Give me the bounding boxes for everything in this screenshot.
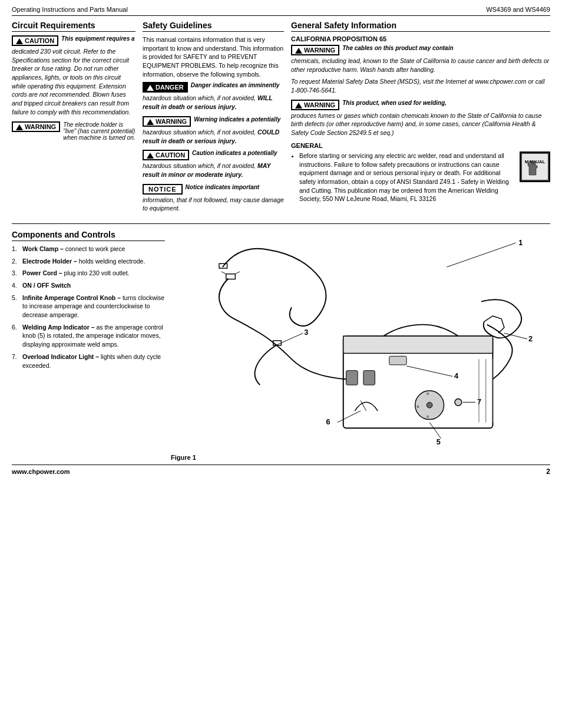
safety-warning-text: hazardous situation which, if not avoide… <box>143 128 284 145</box>
danger-triangle-icon <box>147 85 154 91</box>
caution-inline-text2: Caution indicates a potentially <box>192 150 277 156</box>
page: Operating Instructions and Parts Manual … <box>0 0 562 728</box>
components-left: Components and Controls 1. Work Clamp – … <box>12 230 165 461</box>
svg-text:2: 2 <box>528 335 533 343</box>
circuit-title: Circuit Requirements <box>12 21 135 32</box>
svg-text:o: o <box>417 404 419 409</box>
page-number: 2 <box>546 467 550 476</box>
item-label: Electrode Holder – <box>22 258 77 265</box>
svg-text:5: 5 <box>437 438 441 446</box>
safety-caution-block: CAUTION Caution indicates a potentially … <box>143 150 284 179</box>
warning-triangle-icon <box>16 124 23 130</box>
list-item: 6. Welding Amp Indicator – as the ampera… <box>12 323 165 349</box>
circuit-warning-block: WARNING The electrode holder is "live" (… <box>12 121 135 141</box>
prop65-title: CALIFORNIA PROPOSITION 65 <box>291 35 550 42</box>
item-num: 1. <box>12 245 17 253</box>
svg-rect-29 <box>363 371 375 385</box>
list-item: 5. Infinite Amperage Control Knob – turn… <box>12 294 165 319</box>
general-bullet-item: Before starting or servicing any electri… <box>299 151 550 203</box>
caution-triangle-icon <box>16 38 23 44</box>
components-section: Components and Controls 1. Work Clamp – … <box>12 230 550 461</box>
danger-row: DANGER Danger indicates an imminently <box>143 82 284 93</box>
safety-caution-badge: CAUTION <box>143 150 189 160</box>
general-warning2-triangle-icon <box>295 103 302 108</box>
svg-line-8 <box>277 333 303 345</box>
item-num: 6. <box>12 323 17 332</box>
item-num: 3. <box>12 269 17 278</box>
svg-rect-12 <box>389 356 406 365</box>
warning-inline-text2: Warning indicates a potentially <box>194 116 280 123</box>
general-warning1-badge: WARNING <box>291 45 339 55</box>
general-warning1-text: chemicals, including lead, known to the … <box>291 57 550 74</box>
components-list: 1. Work Clamp – connect to work piece 2.… <box>12 245 165 370</box>
components-diagram: 1 2 3 <box>171 230 550 461</box>
svg-text:4: 4 <box>454 372 458 380</box>
notice-block: NOTICE Notice indicates important inform… <box>143 184 284 213</box>
item-num: 4. <box>12 281 17 290</box>
model-number: WS4369 and WS4469 <box>486 6 550 13</box>
circuit-caution-text: dedicated 230 volt circuit. Refer to the… <box>12 47 135 117</box>
website-url: www.chpower.com <box>12 468 70 475</box>
list-item: 4. ON / OFF Switch <box>12 281 165 290</box>
svg-text:1: 1 <box>518 239 523 247</box>
warning1-inline-text: The cables on this product may contain <box>342 45 453 51</box>
safety-guidelines-column: Safety Guidelines This manual contains i… <box>143 21 284 218</box>
danger-text: hazardous situation which, if not avoide… <box>143 94 284 111</box>
svg-text:7: 7 <box>477 398 481 406</box>
danger-block: DANGER Danger indicates an imminently ha… <box>143 82 284 111</box>
list-item: 2. Electrode Holder – holds welding elec… <box>12 257 165 266</box>
circuit-caution-block: CAUTION This equipment requires a dedica… <box>12 35 135 117</box>
svg-line-3 <box>447 243 515 267</box>
item-num: 5. <box>12 294 17 302</box>
svg-point-16 <box>427 402 432 408</box>
list-item: 7. Overload Indicator Light – lights whe… <box>12 353 165 370</box>
svg-line-34 <box>222 272 226 274</box>
item-label: Welding Amp Indicator – <box>22 324 95 331</box>
safety-warning-triangle-icon <box>147 119 154 125</box>
safety-caution-triangle-icon <box>147 153 154 159</box>
item-label: ON / OFF Switch <box>22 282 71 289</box>
general-warning2-text: produces fumes or gases which contain ch… <box>291 111 550 137</box>
danger-inline-text: Danger indicates an imminently <box>191 82 280 88</box>
notice-row: NOTICE Notice indicates important <box>143 184 284 195</box>
warning-badge: WARNING <box>12 121 60 132</box>
general-warning1-block: WARNING The cables on this product may c… <box>291 45 550 95</box>
general-warning1-triangle-icon <box>295 48 302 54</box>
list-item: 3. Power Cord – plug into 230 volt outle… <box>12 269 165 278</box>
svg-text:6: 6 <box>326 418 330 426</box>
manual-title: Operating Instructions and Parts Manual <box>12 6 128 13</box>
circuit-warning-row: WARNING The electrode holder is "live" (… <box>12 121 135 141</box>
warning-inline-text: The electrode holder is "live" (has curr… <box>63 121 135 141</box>
notice-inline-text: Notice indicates important <box>186 184 260 190</box>
general-bullet-list: Before starting or servicing any electri… <box>291 151 550 203</box>
safety-warning-block: WARNING Warning indicates a potentially … <box>143 116 284 145</box>
general-section: Before starting or servicing any electri… <box>291 151 550 203</box>
svg-rect-28 <box>346 371 358 385</box>
general-warning1-extra: To request Material Safety Data Sheet (M… <box>291 77 550 94</box>
components-title: Components and Controls <box>12 230 165 241</box>
welder-diagram-svg: 1 2 3 <box>171 230 550 448</box>
general-sub-title: GENERAL <box>291 142 550 149</box>
general-warning2-block: WARNING This product, when used for weld… <box>291 100 550 137</box>
main-content: Circuit Requirements CAUTION This equipm… <box>12 21 550 224</box>
general-warning1-row: WARNING The cables on this product may c… <box>291 45 550 55</box>
svg-rect-11 <box>343 336 493 353</box>
item-label: Power Cord – <box>22 269 62 276</box>
notice-badge: NOTICE <box>143 184 183 195</box>
safety-caution-row: CAUTION Caution indicates a potentially <box>143 150 284 160</box>
safety-warning-row: WARNING Warning indicates a potentially <box>143 116 284 127</box>
item-num: 7. <box>12 353 17 361</box>
svg-line-35 <box>235 272 240 274</box>
general-warning2-badge: WARNING <box>291 100 339 110</box>
item-label: Overload Indicator Light – <box>22 353 99 360</box>
item-label: Work Clamp – <box>22 245 64 252</box>
svg-text:3: 3 <box>304 328 308 337</box>
list-item: 1. Work Clamp – connect to work piece <box>12 245 165 253</box>
caution-inline-text: This equipment requires a <box>61 35 134 42</box>
item-label: Infinite Amperage Control Knob – <box>22 294 121 301</box>
svg-point-25 <box>455 398 462 406</box>
safety-warning-badge: WARNING <box>143 116 191 127</box>
svg-text:o: o <box>427 414 429 419</box>
manual-thumbnail: MANUAL <box>520 151 550 182</box>
caution-badge: CAUTION <box>12 35 58 46</box>
